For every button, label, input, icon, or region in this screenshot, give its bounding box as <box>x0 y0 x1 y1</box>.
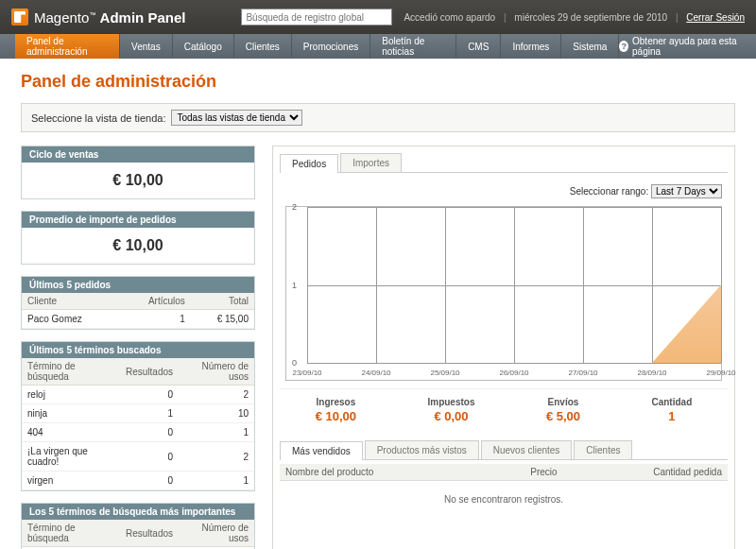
sales-cycle-card: Ciclo de ventas € 10,00 <box>21 146 255 199</box>
stat-value: 1 <box>651 409 692 423</box>
stat-label: Cantidad <box>651 397 692 407</box>
scope-select[interactable]: Todas las vistas de tienda <box>171 110 302 126</box>
header-date: miércoles 29 de septiembre de 2010 <box>514 12 667 23</box>
x-tick: 26/09/10 <box>499 369 528 377</box>
nav-item[interactable]: Promociones <box>292 34 370 59</box>
nav-item[interactable]: Clientes <box>234 34 292 59</box>
magento-icon <box>11 9 28 26</box>
stat-label: Envíos <box>546 397 580 407</box>
avg-order-value: € 10,00 <box>22 228 254 264</box>
nav-item[interactable]: Catálogo <box>173 34 234 59</box>
stat-label: Impuestos <box>427 397 474 407</box>
help-icon: ? <box>619 41 628 52</box>
tab[interactable]: Nuevos clientes <box>481 440 573 459</box>
range-label: Seleccionar rango: <box>570 186 648 197</box>
table-row[interactable]: ¡La virgen que cuadro!02 <box>22 442 254 472</box>
card-title: Promedio de importe de pedidos <box>22 212 254 228</box>
store-scope: Seleccione la vista de tienda: Todas las… <box>21 103 735 132</box>
tab[interactable]: Clientes <box>574 440 632 459</box>
nav-help[interactable]: ?Obtener ayuda para esta página <box>619 34 756 59</box>
table-row[interactable]: 40401 <box>22 423 254 442</box>
col-header: Artículos <box>119 293 190 310</box>
col-header: Número de usos <box>179 520 254 547</box>
table-row[interactable]: reloj02 <box>22 386 254 404</box>
cell: 0 <box>120 423 179 442</box>
x-tick: 24/09/10 <box>361 369 390 377</box>
cell: 0 <box>120 472 179 490</box>
x-tick: 28/09/10 <box>637 369 666 377</box>
dashboard-main: PedidosImportes Seleccionar rango: Last … <box>272 146 735 549</box>
range-select[interactable]: Last 7 Days <box>651 184 722 198</box>
logged-user: apardo <box>466 12 495 23</box>
card-title: Últimos 5 términos buscados <box>22 342 254 358</box>
table-row[interactable]: Paco Gomez1€ 15,00 <box>22 310 254 329</box>
y-tick: 1 <box>292 281 297 290</box>
cell: 10 <box>179 404 254 423</box>
logout-link[interactable]: Cerrar Sesión <box>686 12 745 23</box>
cell: 2 <box>179 442 254 472</box>
stat-value: € 5,00 <box>546 409 580 423</box>
col-header: Término de búsqueda <box>22 358 120 386</box>
orders-chart: 01223/09/1024/09/1025/09/1026/09/1027/09… <box>285 206 722 381</box>
tab[interactable]: Pedidos <box>280 154 338 173</box>
card-title: Ciclo de ventas <box>22 146 254 163</box>
chart-area <box>652 285 721 364</box>
logo-text: Magento™ Admin Panel <box>34 9 185 26</box>
cell: ninja <box>22 404 120 423</box>
page-title: Panel de administración <box>21 72 735 92</box>
nav-item[interactable]: Ventas <box>120 34 173 59</box>
stat-value: € 10,00 <box>316 409 356 423</box>
avg-order-card: Promedio de importe de pedidos € 10,00 <box>21 211 255 265</box>
stat: Impuestos€ 0,00 <box>427 397 474 423</box>
card-title: Últimos 5 pedidos <box>22 277 254 293</box>
nav-item[interactable]: CMS <box>456 34 501 59</box>
header-bar: Magento™ Admin Panel Accedió como apardo… <box>0 0 756 34</box>
cell: ¡La virgen que cuadro! <box>22 442 120 472</box>
cell: 2 <box>179 386 254 404</box>
y-tick: 0 <box>292 358 297 368</box>
x-tick: 27/09/10 <box>568 369 597 377</box>
table-row[interactable]: ninja110 <box>22 404 254 423</box>
cell: € 15,00 <box>191 310 254 329</box>
cell: Paco Gomez <box>22 310 119 329</box>
nav-item[interactable]: Informes <box>501 34 561 59</box>
logo: Magento™ Admin Panel <box>11 9 185 26</box>
col-header: Cliente <box>22 293 119 310</box>
cell: 1 <box>119 310 190 329</box>
search-input[interactable] <box>241 9 392 26</box>
cell: 1 <box>120 404 179 423</box>
cell: virgen <box>22 472 120 490</box>
header-right: Accedió como apardo | miércoles 29 de se… <box>404 12 745 23</box>
tab[interactable]: Productos más vistos <box>365 440 479 459</box>
last-orders-card: Últimos 5 pedidos ClienteArtículosTotalP… <box>21 276 255 330</box>
col-header: Resultados <box>120 520 179 547</box>
tab[interactable]: Más vendidos <box>280 441 363 460</box>
cell: 404 <box>22 423 120 442</box>
stat-label: Ingresos <box>316 397 356 407</box>
range-row: Seleccionar rango: Last 7 Days <box>280 180 728 202</box>
chart-tabs: PedidosImportes <box>280 153 728 173</box>
cell: reloj <box>22 386 120 404</box>
stat: Ingresos€ 10,00 <box>316 397 356 423</box>
nav-item[interactable]: Sistema <box>561 34 619 59</box>
products-table: Nombre del productoPrecioCantidad pedida <box>280 464 728 481</box>
cell: 0 <box>120 442 179 472</box>
cell: 0 <box>120 386 179 404</box>
stat: Cantidad1 <box>651 397 692 423</box>
col-header: Número de usos <box>179 358 254 386</box>
sales-cycle-value: € 10,00 <box>22 163 254 198</box>
last-orders-table: ClienteArtículosTotalPaco Gomez1€ 15,00 <box>22 293 254 329</box>
global-search[interactable] <box>241 9 392 26</box>
y-tick: 2 <box>292 202 297 212</box>
last-search-card: Últimos 5 términos buscados Término de b… <box>21 341 255 491</box>
nav-item[interactable]: Boletín de noticias <box>370 34 456 59</box>
col-header: Total <box>191 293 254 310</box>
table-row[interactable]: virgen01 <box>22 472 254 490</box>
nav-item[interactable]: Panel de administración <box>15 34 120 59</box>
card-title: Los 5 términos de búsqueda más important… <box>22 504 254 520</box>
cell: 1 <box>179 423 254 442</box>
scope-label: Seleccione la vista de tienda: <box>31 112 165 124</box>
stats-row: Ingresos€ 10,00Impuestos€ 0,00Envíos€ 5,… <box>280 388 728 431</box>
x-tick: 23/09/10 <box>292 369 321 377</box>
tab[interactable]: Importes <box>340 153 402 172</box>
